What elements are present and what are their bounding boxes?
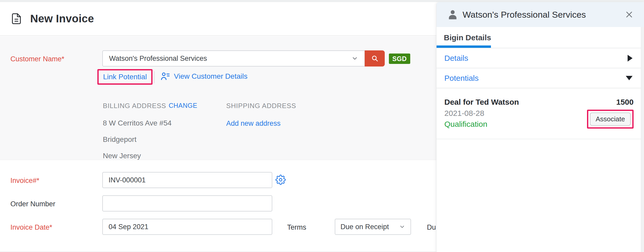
- gear-icon: [275, 175, 286, 185]
- active-tab-underline: [437, 45, 491, 48]
- due-date-label-truncated: Du: [427, 223, 436, 231]
- customer-name-select[interactable]: Watson's Professional Services: [102, 50, 365, 67]
- deal-name: Deal for Ted Watson: [444, 98, 587, 107]
- add-new-address-link[interactable]: Add new address: [226, 120, 281, 128]
- potential-deal-item: Deal for Ted Watson 2021-08-28 Qualifica…: [437, 88, 644, 139]
- details-row-label: Details: [444, 54, 628, 63]
- terms-select[interactable]: Due on Receipt: [335, 219, 411, 235]
- view-customer-details-link[interactable]: View Customer Details: [160, 71, 248, 82]
- panel-title: Watson's Professional Services: [463, 10, 624, 20]
- change-billing-address-link[interactable]: CHANGE: [169, 102, 197, 109]
- page-title: New Invoice: [30, 12, 94, 25]
- panel-row-details[interactable]: Details: [437, 48, 644, 68]
- deal-amount: 1500: [616, 98, 634, 107]
- deal-stage: Qualification: [444, 120, 587, 129]
- invoice-date-input[interactable]: [102, 219, 272, 235]
- tab-bigin-details[interactable]: Bigin Details: [444, 33, 491, 42]
- terms-value: Due on Receipt: [340, 223, 399, 231]
- invoice-document-icon: [10, 12, 22, 26]
- panel-tabbar: Bigin Details: [437, 27, 644, 48]
- deal-actions: 1500 Associate: [587, 98, 634, 139]
- associate-highlight: Associate: [587, 110, 634, 129]
- customer-contact-icon: [160, 71, 171, 82]
- invoice-number-input[interactable]: [102, 172, 272, 188]
- panel-scrollbar[interactable]: [641, 27, 644, 252]
- customer-section: Customer Name* Watson's Professional Ser…: [0, 36, 436, 160]
- associate-button[interactable]: Associate: [590, 112, 631, 126]
- top-edge-strip: [0, 0, 644, 2]
- close-icon: [624, 10, 634, 19]
- billing-address-line: Bridgeport: [103, 131, 172, 148]
- chevron-right-icon: [628, 55, 633, 62]
- chevron-down-icon: [626, 76, 633, 80]
- invoice-number-label: Invoice#*: [10, 177, 39, 185]
- chevron-down-icon: [351, 55, 358, 62]
- customer-name-label: Customer Name*: [10, 55, 64, 63]
- page-header: New Invoice: [0, 2, 436, 36]
- potentials-row-label: Potentials: [444, 74, 626, 83]
- deal-date: 2021-08-28: [444, 109, 587, 118]
- deal-info: Deal for Ted Watson 2021-08-28 Qualifica…: [444, 98, 587, 139]
- billing-address-heading: BILLING ADDRESS: [103, 102, 166, 110]
- search-icon: [371, 54, 379, 63]
- invoice-date-label: Invoice Date*: [10, 223, 52, 231]
- currency-badge: SGD: [389, 54, 410, 64]
- order-number-input[interactable]: [102, 195, 272, 211]
- link-potential-highlight: Link Potential: [97, 69, 153, 85]
- panel-header: Watson's Professional Services: [437, 2, 644, 27]
- billing-address-block: 8 W Cerritos Ave #54 Bridgeport New Jers…: [103, 115, 172, 164]
- customer-search-button[interactable]: [365, 50, 385, 67]
- view-customer-details-label: View Customer Details: [174, 72, 248, 81]
- vertical-divider: [154, 71, 155, 83]
- link-potential-link[interactable]: Link Potential: [103, 73, 147, 81]
- close-panel-button[interactable]: [624, 10, 634, 19]
- bigin-details-panel: Watson's Professional Services Bigin Det…: [436, 2, 644, 252]
- person-icon: [447, 9, 458, 21]
- billing-address-line: 8 W Cerritos Ave #54: [103, 115, 172, 131]
- customer-name-value: Watson's Professional Services: [109, 55, 351, 63]
- main-content: New Invoice Customer Name* Watson's Prof…: [0, 2, 436, 252]
- terms-label: Terms: [287, 223, 306, 231]
- invoice-details-section: Invoice#* Order Number Invoice Date* Ter…: [0, 160, 436, 251]
- panel-row-potentials[interactable]: Potentials: [437, 68, 644, 88]
- chevron-down-icon: [399, 224, 405, 230]
- order-number-label: Order Number: [10, 200, 55, 208]
- shipping-address-heading: SHIPPING ADDRESS: [226, 102, 296, 110]
- invoice-number-settings-button[interactable]: [275, 175, 286, 186]
